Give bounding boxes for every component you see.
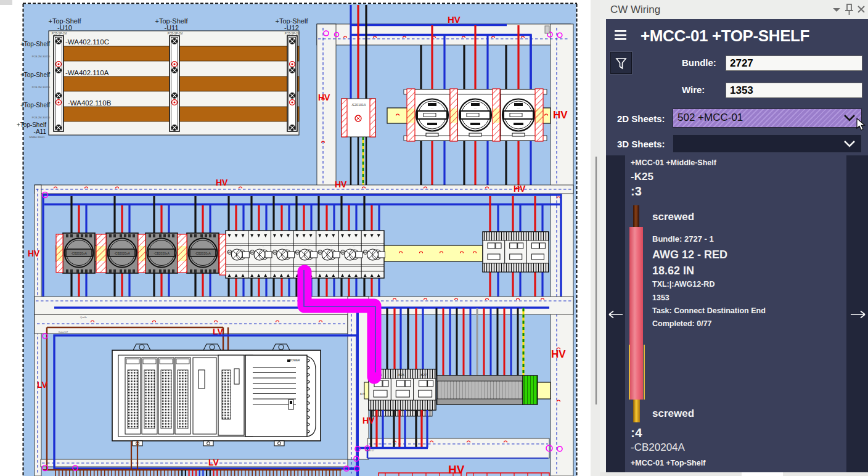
svg-text:~~: ~~ xyxy=(474,107,477,110)
svg-text:-U12: -U12 xyxy=(284,24,299,31)
svg-text:HV: HV xyxy=(448,14,461,25)
svg-text:HV: HV xyxy=(216,178,228,187)
svg-text:-U10: -U10 xyxy=(57,24,72,31)
svg-text:-U11: -U11 xyxy=(164,24,178,31)
svg-text:Quelle: Quelle xyxy=(80,316,87,319)
svg-text:HV: HV xyxy=(448,463,465,476)
svg-text:-WA402.110A: -WA402.110A xyxy=(65,69,109,76)
svg-text:-S20101A: -S20101A xyxy=(351,103,366,107)
svg-text:~~: ~~ xyxy=(517,107,520,110)
svg-text:-A11: -A11 xyxy=(34,128,47,135)
svg-text:~~: ~~ xyxy=(431,107,434,110)
svg-text:POWER: POWER xyxy=(289,359,300,362)
svg-text:PCB-SP-2M: PCB-SP-2M xyxy=(168,32,183,35)
svg-text:MSBH-93001: MSBH-93001 xyxy=(29,136,45,139)
svg-text:HV: HV xyxy=(514,184,526,194)
svg-text:-K26: -K26 xyxy=(397,373,404,377)
svg-text:-CB2020xA: -CB2020xA xyxy=(154,252,170,255)
svg-text:HV: HV xyxy=(362,416,375,425)
svg-text:+Top-Shelf: +Top-Shelf xyxy=(20,102,50,109)
svg-text:HV: HV xyxy=(28,248,40,258)
svg-text:+Top-Shelf: +Top-Shelf xyxy=(20,41,50,47)
svg-text:+Top-Shelf: +Top-Shelf xyxy=(20,72,50,78)
svg-text:PCB-2M-30X10: PCB-2M-30X10 xyxy=(32,86,51,89)
svg-text:HV: HV xyxy=(335,179,347,189)
svg-text:-WA402.110B: -WA402.110B xyxy=(68,99,112,107)
svg-text:HV: HV xyxy=(553,109,568,121)
svg-text:Kabel 07: Kabel 07 xyxy=(365,449,374,452)
svg-text:PCB-2M-30X10: PCB-2M-30X10 xyxy=(32,55,51,58)
svg-text:A1B: A1B xyxy=(360,392,365,395)
svg-text:PCB-2M-30X10: PCB-2M-30X10 xyxy=(32,116,51,119)
svg-text:LV: LV xyxy=(208,458,219,467)
svg-text:+Top-Shelf: +Top-Shelf xyxy=(17,121,46,128)
svg-text:-CB2020xA: -CB2020xA xyxy=(114,252,130,255)
svg-text:-K27: -K27 xyxy=(420,373,427,377)
svg-text:PCB-SP-2M: PCB-SP-2M xyxy=(285,32,300,35)
svg-text:HV: HV xyxy=(551,348,566,360)
svg-text:LV: LV xyxy=(37,380,48,390)
svg-text:-CB2020xA: -CB2020xA xyxy=(71,252,87,255)
svg-text:-WA402.110C: -WA402.110C xyxy=(65,38,109,46)
svg-text:HV: HV xyxy=(318,92,330,102)
svg-text:Kabel 07: Kabel 07 xyxy=(59,331,68,334)
svg-text:-CB2020xA: -CB2020xA xyxy=(195,252,211,255)
svg-text:PCB-SP-2M: PCB-SP-2M xyxy=(52,32,67,35)
